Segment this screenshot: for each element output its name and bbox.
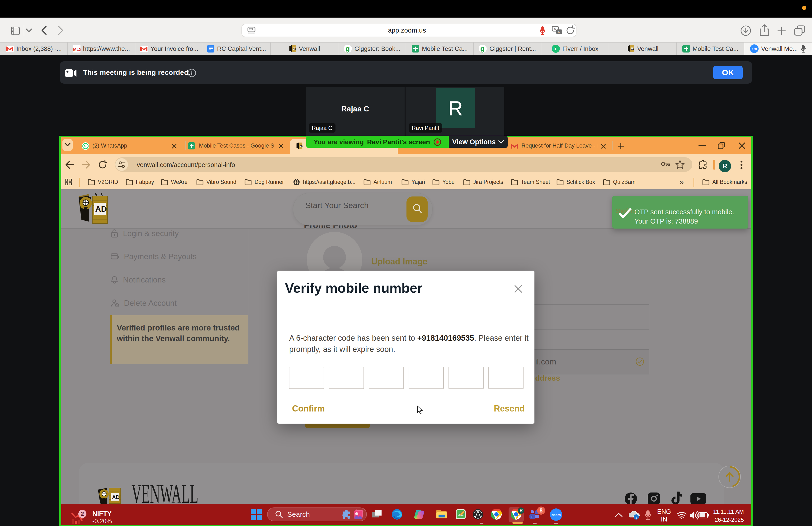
svg-text:AD: AD bbox=[112, 494, 120, 500]
svg-text:i: i bbox=[636, 515, 637, 520]
svg-text:X: X bbox=[558, 30, 560, 34]
svg-text:T: T bbox=[531, 515, 533, 518]
svg-text:AD: AD bbox=[293, 48, 296, 50]
svg-text:A: A bbox=[554, 27, 556, 31]
svg-text:fi: fi bbox=[553, 46, 556, 51]
svg-text:AD: AD bbox=[95, 204, 107, 213]
svg-text:g: g bbox=[480, 45, 484, 53]
svg-text:AD: AD bbox=[631, 48, 634, 50]
svg-text:zm: zm bbox=[752, 46, 757, 51]
svg-text:MLS: MLS bbox=[73, 47, 81, 52]
svg-text:g: g bbox=[346, 45, 350, 53]
svg-text:AD: AD bbox=[300, 145, 303, 147]
